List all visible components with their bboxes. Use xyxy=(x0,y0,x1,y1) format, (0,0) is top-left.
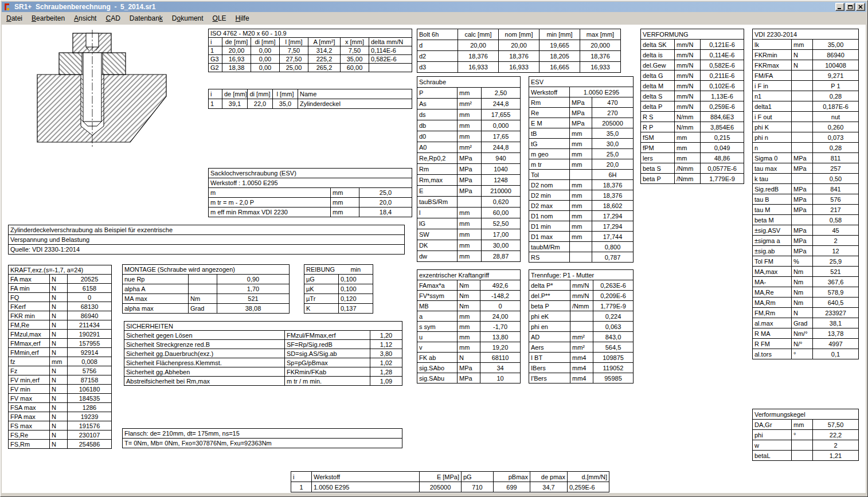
vdi-cell: al.max xyxy=(753,318,792,328)
menu-bearbeiten[interactable]: Bearbeiten xyxy=(27,13,69,24)
kraft-row: FA minN6158 xyxy=(9,284,112,293)
verformung-cell: 3,854E6 xyxy=(701,122,744,132)
kraft-cell: N xyxy=(50,403,68,412)
schraube-row: RmMPa1040 xyxy=(417,164,521,175)
iso-cell: 314,2 xyxy=(308,46,341,55)
menu-datenbank[interactable]: Datenbank xyxy=(125,13,167,24)
exzentrischer_kraftangriff-row: sig.SAboMPa34 xyxy=(417,363,521,373)
trennfuge-cell: mm/N xyxy=(570,280,593,291)
sackloch-cell: 25,0 xyxy=(359,188,412,198)
esv-cell: MPa xyxy=(570,108,592,118)
vdi-cell: N xyxy=(792,50,813,60)
schraube-cell: 244,8 xyxy=(482,99,521,109)
esv-row: Werkstoff1.0050 E295 xyxy=(529,87,634,97)
schraube-cell: MPa xyxy=(458,175,482,186)
vdi-cell: MA,Re xyxy=(753,287,792,298)
schraube-cell: tauBS/Rm xyxy=(417,197,458,208)
iso-cell: x [mm] xyxy=(341,38,369,46)
kraft-row: KRAFT,exz.(s=-1,7, a=24) xyxy=(9,265,112,275)
maximize-button[interactable] xyxy=(846,3,855,11)
minimize-button[interactable] xyxy=(835,3,844,11)
menu-dokument[interactable]: Dokument xyxy=(167,13,208,24)
menu-datei[interactable]: Datei xyxy=(2,13,27,24)
verformung-cell: mm/N xyxy=(675,40,701,50)
iso-cell: 0,00 xyxy=(251,55,280,64)
menu-hilfe[interactable]: Hilfe xyxy=(231,13,254,24)
vdi-row: MA,RmNm640,5 xyxy=(753,298,859,308)
reibung-row: µTr0,120 xyxy=(304,294,373,304)
table-clamped-parts: ide [mm]di [mm]l [mm]Name139,122,035,0Zy… xyxy=(208,89,412,109)
iso-cell: 27,50 xyxy=(280,55,308,64)
vdi-row: ±sigma aMPa2 xyxy=(753,236,859,246)
iso-cell: ISO 4762 - M20 x 60 - 10.9 xyxy=(209,29,412,38)
bolt-cell: 16,933 xyxy=(499,62,539,73)
schraube-cell: 210000 xyxy=(482,186,521,197)
verformung-cell: mm xyxy=(675,153,701,163)
schraube-cell: 17,65 xyxy=(482,131,521,142)
vdi-row: FM/FA9,271 xyxy=(753,71,859,81)
sicherheiten-cell: 3,80 xyxy=(370,349,402,358)
menu-ansicht[interactable]: Ansicht xyxy=(69,13,101,24)
kraft-cell: FS,Re xyxy=(9,431,50,440)
iso-cell: 35,00 xyxy=(341,55,369,64)
reibung-row: K0,137 xyxy=(304,304,373,314)
reibung-cell: REIBUNG xyxy=(304,265,339,275)
reibung-cell: µTr xyxy=(304,294,339,304)
vdi-cell: MA,max xyxy=(753,267,792,277)
kraft-cell: FMmax,erf xyxy=(9,339,50,348)
verformungskegel-cell: mm xyxy=(792,420,813,430)
sicherheiten-cell: 1,09 xyxy=(370,377,402,386)
menu-ole[interactable]: OLE xyxy=(208,13,231,24)
montage-row: MONTAGE (Schraube wird angezogen) xyxy=(123,265,290,275)
esv-cell xyxy=(570,170,592,180)
bolt-cell: 18,376 xyxy=(458,51,499,62)
esv-cell: taubM/Rm xyxy=(529,242,570,252)
trennfuge-cell: mm4 xyxy=(570,363,593,373)
schraube-cell: MPa xyxy=(458,186,482,197)
schraube-cell: mm xyxy=(458,120,482,131)
verformung-row: beta P/Nmm1,779E-9 xyxy=(641,174,744,184)
exzentrischer_kraftangriff-cell: v xyxy=(417,342,458,353)
kraft-cell: 20525 xyxy=(68,275,112,284)
iso-row: ide [mm]di [mm]l [mm]A [mm²]x [mm]delta … xyxy=(209,38,412,46)
kraft-cell: FQ xyxy=(9,293,50,302)
esv-cell: tB xyxy=(529,128,570,139)
exzentrischer_kraftangriff-row: umm13,80 xyxy=(417,332,521,342)
bolt-cell: d2 xyxy=(417,51,458,62)
schraube-cell xyxy=(458,197,482,208)
esv-cell: mm xyxy=(570,159,592,170)
kraft-row: fzmm0,008 xyxy=(9,357,112,366)
vdi-cell: lk xyxy=(753,40,792,50)
kraft-cell: FS max xyxy=(9,421,50,431)
vdi-cell: MPa xyxy=(792,205,813,215)
trennfuge-cell: Aers xyxy=(529,342,570,353)
title-bar[interactable]: SR1+ Schraubenberechnung - 5_2014.sr1 xyxy=(2,2,866,12)
sicherheiten-row: Sicherheit gg.Dauerbruch(exz.)SD=sig.AS/… xyxy=(124,349,402,358)
vdi-cell: tau M xyxy=(753,205,792,215)
esv-cell: RS xyxy=(529,252,570,263)
trennfuge-cell: 0,063 xyxy=(593,322,634,332)
esv-row: taubM/Rm0,800 xyxy=(529,242,634,252)
kraft-cell: N xyxy=(50,385,68,394)
esv-cell: mm xyxy=(570,128,592,139)
esv-cell: 35,0 xyxy=(592,128,634,139)
kraft-cell: 68130 xyxy=(68,302,112,311)
app-icon[interactable] xyxy=(3,2,12,11)
schraube-row: dwmm28,87 xyxy=(417,251,521,262)
exzentrischer_kraftangriff-cell: 10 xyxy=(480,373,521,383)
close-button[interactable] xyxy=(856,3,865,11)
trennfuge-cell: I'Bers xyxy=(529,373,570,383)
esv-cell: ESV xyxy=(529,77,634,87)
kraft-row: FS,RmN254586 xyxy=(9,440,112,449)
assembly-drawing xyxy=(32,29,169,152)
maximize-icon xyxy=(848,5,853,9)
bolt-cell: 20,00 xyxy=(458,40,499,51)
esv-cell: 17,294 xyxy=(592,221,634,232)
vdi-cell xyxy=(792,132,813,143)
schraube-cell: 2,50 xyxy=(482,88,521,99)
reibung-row: REIBUNGmin xyxy=(304,265,373,275)
menu-cad[interactable]: CAD xyxy=(101,13,124,24)
verformung-cell: 0,121E-6 xyxy=(701,40,744,50)
exzentrischer_kraftangriff-cell: 19,20 xyxy=(480,342,521,353)
material-cell: pBmax xyxy=(494,472,530,482)
